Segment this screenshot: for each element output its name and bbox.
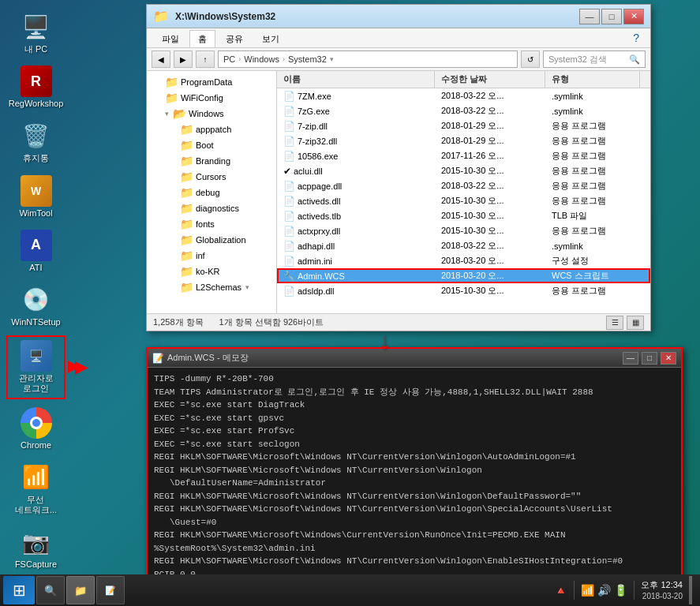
tree-item-l2schemas[interactable]: 📁 L2Schemas ▾ bbox=[147, 279, 276, 295]
col-header-type[interactable]: 유형 bbox=[545, 71, 640, 88]
nav-up-button[interactable]: ↑ bbox=[196, 50, 215, 68]
text-viewer-maximize-button[interactable]: □ bbox=[642, 352, 657, 365]
tray-clock[interactable]: 오후 12:34 2018-03-20 bbox=[641, 579, 683, 600]
folder-icon: 📁 bbox=[165, 92, 178, 104]
tray-network-icon[interactable]: 📶 bbox=[581, 584, 594, 597]
view-list-button[interactable]: ☰ bbox=[606, 316, 623, 330]
tree-item-apppatch[interactable]: 📁 apppatch bbox=[147, 122, 276, 137]
tree-item-boot[interactable]: 📁 Boot bbox=[147, 137, 276, 153]
file-row[interactable]: 📄admin.ini 2018-03-20 오... 구성 설정 bbox=[277, 253, 650, 268]
file-name: 📄7zG.exe bbox=[277, 105, 435, 118]
file-row[interactable]: ✔aclui.dll 2015-10-30 오... 응용 프로그램 bbox=[277, 163, 650, 178]
tree-label: apppatch bbox=[196, 125, 231, 134]
network-label: 무선네트워크... bbox=[15, 495, 57, 515]
explorer-window-controls: — □ ✕ bbox=[579, 9, 644, 24]
tree-label: ko-KR bbox=[196, 267, 220, 276]
text-viewer-close-button[interactable]: ✕ bbox=[661, 352, 676, 365]
desktop-icon-regworkshop[interactable]: R RegWorkshop bbox=[6, 62, 66, 112]
path-windows: Windows bbox=[244, 54, 279, 64]
file-type: 응용 프로그램 bbox=[545, 134, 640, 148]
tray-volume-icon[interactable]: 🔊 bbox=[597, 584, 611, 597]
text-viewer-content[interactable]: TIPS -dummy R*-20B*-700 TEAM TIPS Admini… bbox=[148, 368, 681, 578]
nav-back-button[interactable]: ◀ bbox=[152, 50, 170, 68]
winntsetup-icon: 💿 bbox=[21, 284, 52, 316]
taskbar-explorer-button[interactable]: 📁 bbox=[66, 576, 95, 604]
taskbar-notepad-button[interactable]: 📝 bbox=[96, 576, 125, 604]
path-system32: System32 bbox=[288, 54, 327, 64]
file-row[interactable]: 📄10586.exe 2017-11-26 오... 응용 프로그램 bbox=[277, 148, 650, 163]
text-viewer-minimize-button[interactable]: — bbox=[623, 352, 638, 365]
nav-forward-button[interactable]: ▶ bbox=[174, 50, 193, 68]
file-type: TLB 파일 bbox=[545, 209, 640, 223]
ribbon-tab-share[interactable]: 공유 bbox=[217, 30, 252, 47]
file-row[interactable]: 📄actxprxy.dll 2015-10-30 오... 응용 프로그램 bbox=[277, 223, 650, 238]
col-header-name[interactable]: 이름 bbox=[277, 71, 435, 88]
explorer-content: 📁 ProgramData 📁 WiFiConfig ▾ 📂 Windows bbox=[147, 71, 650, 313]
start-button[interactable]: ⊞ bbox=[3, 576, 35, 604]
tree-item-diagnostics[interactable]: 📁 diagnostics bbox=[147, 200, 276, 216]
desktop-icon-chrome[interactable]: Chrome bbox=[6, 404, 66, 454]
file-row[interactable]: 📄activeds.tlb 2015-10-30 오... TLB 파일 bbox=[277, 208, 650, 223]
tree-item-cursors[interactable]: 📁 Cursors bbox=[147, 169, 276, 185]
path-dropdown-icon: ▾ bbox=[330, 55, 334, 63]
desktop-icon-fscapture[interactable]: 📷 FSCapture bbox=[6, 523, 66, 573]
file-row[interactable]: 📄7-zip32.dll 2018-01-29 오... 응용 프로그램 bbox=[277, 133, 650, 148]
file-row[interactable]: 📄acppage.dll 2018-03-22 오... 응용 프로그램 bbox=[277, 178, 650, 193]
search-box[interactable]: System32 검색 🔍 bbox=[543, 50, 646, 68]
tray-up-arrow-icon[interactable]: 🔺 bbox=[554, 584, 567, 597]
fscapture-icon: 📷 bbox=[21, 526, 52, 558]
col-header-date[interactable]: 수정한 날짜 bbox=[435, 71, 545, 88]
text-line: REGI HKLM\SOFTWARE\Microsoft\Windows NT\… bbox=[154, 503, 675, 516]
desktop-icon-admin[interactable]: 🖥️ 관리자로로그인 bbox=[6, 335, 66, 398]
address-path-field[interactable]: PC › Windows › System32 ▾ bbox=[218, 50, 518, 68]
ribbon-tab-home[interactable]: 홈 bbox=[189, 30, 215, 47]
tree-item-debug[interactable]: 📁 debug bbox=[147, 185, 276, 200]
folder-icon: 📂 bbox=[173, 107, 186, 120]
ribbon-tab-view[interactable]: 보기 bbox=[253, 30, 288, 47]
file-row[interactable]: 📄adhapi.dll 2018-03-22 오... .symlink bbox=[277, 238, 650, 253]
tree-item-globalization[interactable]: 📁 Globalization bbox=[147, 232, 276, 248]
tree-item-inf[interactable]: 📁 inf bbox=[147, 248, 276, 264]
file-type: WCS 스크립트 bbox=[545, 269, 640, 282]
chrome-label: Chrome bbox=[21, 440, 51, 451]
ribbon-help-button[interactable]: ? bbox=[628, 30, 644, 47]
explorer-maximize-button[interactable]: □ bbox=[601, 9, 622, 24]
tree-item-fonts[interactable]: 📁 fonts bbox=[147, 216, 276, 232]
tree-item-wificonfig[interactable]: 📁 WiFiConfig bbox=[147, 90, 276, 106]
file-row[interactable]: 📄adsldp.dll 2015-10-30 오... 응용 프로그램 bbox=[277, 283, 650, 298]
explorer-close-button[interactable]: ✕ bbox=[623, 9, 644, 24]
tray-battery-icon[interactable]: 🔋 bbox=[614, 584, 627, 597]
path-arrow-1: › bbox=[238, 55, 241, 63]
tree-item-windows[interactable]: ▾ 📂 Windows bbox=[147, 106, 276, 122]
tree-item-ko-kr[interactable]: 📁 ko-KR bbox=[147, 264, 276, 279]
folder-icon: 📁 bbox=[180, 155, 193, 167]
ribbon-tab-file[interactable]: 파일 bbox=[153, 30, 188, 47]
desktop-icon-winntsetup[interactable]: 💿 WinNTSetup bbox=[6, 281, 66, 331]
view-details-button[interactable]: ▦ bbox=[627, 316, 644, 330]
desktop-icon-my-pc[interactable]: 🖥️ 내 PC bbox=[6, 8, 66, 58]
taskbar-search-button[interactable]: 🔍 bbox=[36, 576, 65, 604]
text-viewer-window: 📝 Admin.WCS - 메모장 — □ ✕ TIPS -dummy R*-2… bbox=[146, 347, 683, 580]
ati-label: ATI bbox=[29, 263, 42, 273]
file-row[interactable]: 📄7zG.exe 2018-03-22 오... .symlink bbox=[277, 103, 650, 118]
file-row[interactable]: 📄activeds.dll 2015-10-30 오... 응용 프로그램 bbox=[277, 193, 650, 208]
file-date: 2018-03-22 오... bbox=[435, 104, 545, 118]
file-row-admin-wcs[interactable]: 🔧Admin.WCS 2018-03-20 오... WCS 스크립트 bbox=[277, 268, 650, 283]
desktop-icon-recycle[interactable]: 🗑️ 휴지통 bbox=[6, 117, 66, 166]
desktop-icon-ati[interactable]: A ATI bbox=[6, 226, 66, 276]
file-type: .symlink bbox=[545, 106, 640, 117]
file-row[interactable]: 📄7ZM.exe 2018-03-22 오... .symlink bbox=[277, 88, 650, 103]
nav-refresh-button[interactable]: ↺ bbox=[521, 50, 540, 68]
tray-show-desktop-icon[interactable] bbox=[689, 576, 692, 604]
text-line: EXEC =*sc.exe start ProfSvc bbox=[154, 425, 675, 438]
file-name: 📄7-zip32.dll bbox=[277, 135, 435, 148]
tree-item-branding[interactable]: 📁 Branding bbox=[147, 153, 276, 169]
file-row[interactable]: 📄7-zip.dll 2018-01-29 오... 응용 프로그램 bbox=[277, 118, 650, 133]
desktop-icon-wimtool[interactable]: W WimTool bbox=[6, 172, 66, 222]
regworkshop-icon: R bbox=[21, 65, 52, 97]
explorer-minimize-button[interactable]: — bbox=[579, 9, 600, 24]
desktop-icon-network[interactable]: 📶 무선네트워크... bbox=[6, 458, 66, 518]
text-line: REGI HKLM\SOFTWARE\Microsoft\Windows\Cur… bbox=[154, 529, 675, 542]
tree-item-programdata[interactable]: 📁 ProgramData bbox=[147, 74, 276, 90]
tree-label: Branding bbox=[196, 156, 230, 166]
